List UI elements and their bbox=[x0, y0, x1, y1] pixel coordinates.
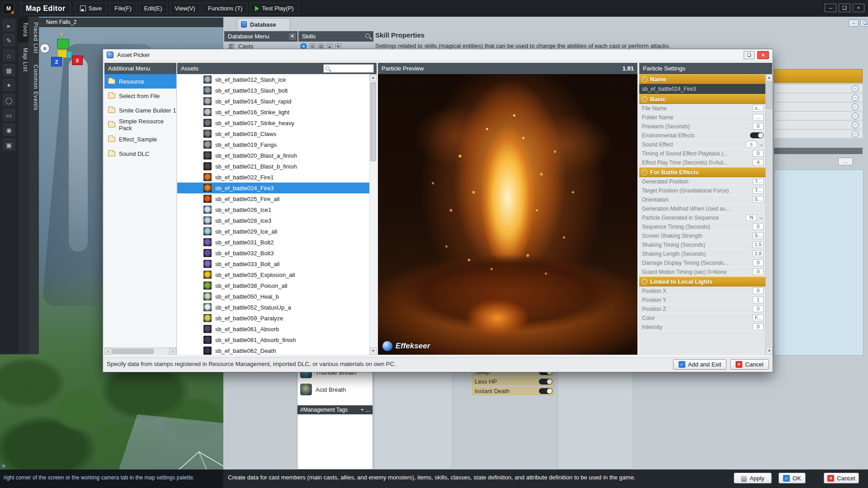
close-button[interactable]: × bbox=[853, 4, 864, 12]
building-tool-icon[interactable]: ⌂ bbox=[3, 49, 15, 61]
pen-tool-icon[interactable]: ✎ bbox=[3, 34, 15, 46]
asset-item[interactable]: sb_ef_battle017_Strike_heavy bbox=[177, 117, 377, 128]
close-button[interactable]: × bbox=[757, 51, 769, 59]
maximize-button[interactable]: ❏ bbox=[860, 19, 868, 27]
gizmo-y-axis-cube[interactable] bbox=[57, 39, 69, 49]
tab-map-list[interactable]: Map List bbox=[18, 42, 28, 77]
minimize-button[interactable]: – bbox=[825, 4, 836, 12]
property-value[interactable]: 0 bbox=[753, 268, 764, 275]
asset-item[interactable]: sb_ef_battle033_Bolt_all bbox=[177, 258, 377, 269]
scroll-down-icon[interactable]: ▼ bbox=[370, 347, 377, 355]
asset-item[interactable]: sb_ef_battle035_Explosion_all bbox=[177, 269, 377, 280]
gizmo-menu-icon[interactable]: ≡ bbox=[40, 43, 50, 53]
picker-tool-icon[interactable]: ◉ bbox=[3, 124, 15, 136]
asset-item[interactable]: sb_ef_battle014_Slash_rapid bbox=[177, 96, 377, 107]
asset-item[interactable]: sb_ef_battle052_StatusUp_a bbox=[177, 302, 377, 313]
asset-item[interactable]: sb_ef_battle024_Fire3 bbox=[177, 183, 377, 193]
property-value[interactable]: S... bbox=[753, 232, 764, 239]
property-value[interactable]: .... bbox=[753, 114, 764, 121]
property-value[interactable]: N bbox=[746, 214, 757, 221]
asset-item[interactable]: sb_ef_battle031_Bolt2 bbox=[177, 237, 377, 248]
asset-item[interactable]: sb_ef_battle061_Absorb bbox=[177, 324, 377, 334]
particle-preview-viewport[interactable]: Effekseer bbox=[378, 74, 637, 355]
menu-item-smile-game-builder-1[interactable]: Smile Game Builder 1 bbox=[104, 103, 176, 117]
apply-button[interactable]: Apply bbox=[734, 473, 772, 483]
property-value[interactable]: 0 bbox=[753, 287, 764, 294]
paint-tool-icon[interactable]: ✦ bbox=[3, 79, 15, 91]
scrollbar-thumb[interactable] bbox=[370, 82, 376, 161]
select-tool-icon[interactable]: ▸ bbox=[3, 19, 15, 31]
gizmo-z-axis-cube[interactable]: Z bbox=[51, 57, 62, 66]
property-value[interactable]: 2.8 bbox=[753, 250, 764, 257]
remove-attribute-icon[interactable]: − bbox=[852, 94, 859, 101]
open-picker-arrow-icon[interactable]: → bbox=[758, 214, 764, 221]
menu-item-select-from-file[interactable]: Select from File bbox=[104, 89, 176, 103]
asset-item[interactable]: sb_ef_battle050_Heal_b bbox=[177, 291, 377, 302]
property-value[interactable]: 0 bbox=[753, 150, 764, 157]
gizmo-x-axis-cube[interactable]: X bbox=[72, 56, 83, 65]
remove-attribute-icon[interactable]: − bbox=[852, 122, 859, 128]
scrollbar-thumb[interactable] bbox=[112, 349, 154, 354]
property-value[interactable]: 0 bbox=[753, 123, 764, 130]
view-gizmo[interactable]: ≡ Y Z X bbox=[40, 32, 94, 77]
menu-file[interactable]: File(F) bbox=[109, 3, 137, 14]
menu-item-simple-resource-pack[interactable]: Simple Resource Pack bbox=[104, 117, 176, 132]
property-value[interactable]: T... bbox=[753, 178, 764, 185]
asset-search-input[interactable] bbox=[323, 64, 374, 73]
asset-item[interactable]: sb_ef_battle062_Death bbox=[177, 345, 377, 355]
cancel-button[interactable]: × Cancel bbox=[730, 359, 769, 370]
asset-item[interactable]: sb_ef_battle022_Fire1 bbox=[177, 172, 377, 183]
environmental-effects-toggle[interactable] bbox=[750, 132, 764, 138]
scroll-left-icon[interactable]: ‹ bbox=[104, 348, 112, 355]
management-tags-more-button[interactable]: + ... bbox=[361, 405, 370, 414]
property-value[interactable]: 1 bbox=[753, 296, 764, 303]
menu-item-effect-sample[interactable]: Effect_Sample bbox=[104, 132, 176, 146]
remove-attribute-icon[interactable]: − bbox=[852, 113, 859, 119]
asset-item[interactable]: sb_ef_battle038_Poison_all bbox=[177, 280, 377, 291]
screen-tool-icon[interactable]: ▭ bbox=[3, 109, 15, 121]
tab-common-events[interactable]: Common Events bbox=[28, 59, 39, 116]
property-value[interactable]: s bbox=[746, 141, 757, 148]
property-value[interactable]: S... bbox=[753, 196, 764, 203]
open-picker-arrow-icon[interactable]: → bbox=[758, 141, 764, 148]
tab-database[interactable]: Database bbox=[237, 18, 290, 30]
maximize-button[interactable]: ❏ bbox=[839, 4, 850, 12]
management-tags-bar[interactable]: #Management Tags + ... bbox=[297, 405, 373, 414]
asset-item[interactable]: sb_ef_battle013_Slash_bolt bbox=[177, 85, 377, 96]
scroll-chevrons-icon[interactable]: « bbox=[2, 462, 5, 469]
scrollbar-thumb[interactable] bbox=[766, 82, 772, 109]
horizontal-scrollbar[interactable]: ‹ › bbox=[104, 347, 176, 355]
search-icon[interactable] bbox=[365, 33, 370, 38]
scroll-down-icon[interactable]: ▼ bbox=[766, 347, 773, 355]
vertical-scrollbar[interactable]: ▲ ▼ bbox=[369, 74, 377, 355]
asset-item[interactable]: sb_ef_battle025_Fire_all bbox=[177, 193, 377, 204]
menu-functions[interactable]: Functions (T) bbox=[203, 3, 248, 14]
back-button[interactable]: < bbox=[288, 32, 297, 41]
menu-edit[interactable]: Edit(E) bbox=[139, 3, 167, 14]
asset-item[interactable]: sb_ef_battle026_Ice1 bbox=[177, 204, 377, 215]
property-value[interactable]: T... bbox=[753, 187, 764, 194]
terrain-tool-icon[interactable]: ▦ bbox=[3, 64, 15, 76]
menu-save[interactable]: Save bbox=[75, 3, 107, 14]
settings-tool-icon[interactable]: ▣ bbox=[3, 139, 15, 150]
menu-item-resource[interactable]: Resource bbox=[104, 74, 176, 89]
settings-scrollbar[interactable]: ▲ ▼ bbox=[765, 74, 772, 355]
scroll-right-icon[interactable]: › bbox=[169, 348, 176, 355]
property-value[interactable]: 4 bbox=[753, 159, 764, 166]
property-value[interactable]: 1.5 bbox=[753, 241, 764, 248]
add-and-exit-button[interactable]: ✓ Add and Exit bbox=[673, 359, 726, 370]
menu-item-sound-dlc[interactable]: Sound DLC bbox=[104, 146, 176, 161]
asset-item[interactable]: sb_ef_battle016_Strike_light bbox=[177, 107, 377, 117]
property-value[interactable]: s... bbox=[753, 105, 764, 112]
dialog-title-bar[interactable]: Asset Picker ❏ × bbox=[103, 49, 773, 61]
remove-attribute-icon[interactable]: − bbox=[852, 103, 859, 110]
asset-item[interactable]: sb_ef_battle059_Paralyze bbox=[177, 313, 377, 324]
asset-item[interactable]: sb_ef_battle020_Blast_a_finish bbox=[177, 150, 377, 161]
restore-button[interactable]: ❏ bbox=[744, 51, 755, 59]
property-value[interactable]: 0 bbox=[753, 259, 764, 266]
ok-button[interactable]: ✓ OK bbox=[778, 473, 806, 483]
menu-view[interactable]: View(V) bbox=[170, 3, 200, 14]
property-value[interactable]: 0 bbox=[753, 324, 764, 330]
tab-tools[interactable]: Tools bbox=[18, 17, 28, 42]
less-hp-toggle[interactable] bbox=[539, 379, 552, 385]
